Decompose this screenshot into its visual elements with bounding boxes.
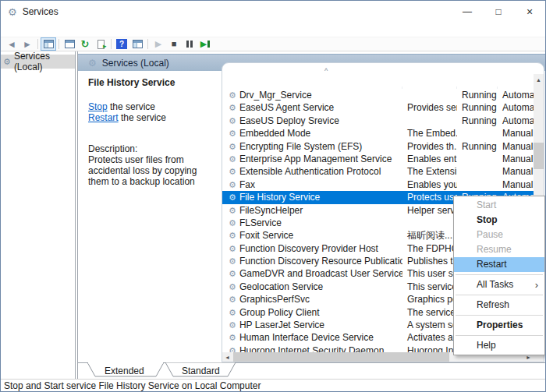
service-status-cell: Running <box>457 101 498 114</box>
stop-service-button[interactable]: ■ <box>166 37 182 51</box>
context-menu-item[interactable] <box>456 335 543 336</box>
menu-bar-item[interactable] <box>15 23 27 37</box>
service-startup-cell: Manual <box>498 127 534 139</box>
tab-extended[interactable]: Extended <box>105 366 144 376</box>
context-menu-item[interactable]: Stop <box>454 213 544 228</box>
service-desc-cell: 福昕阅读... <box>402 229 457 242</box>
service-desc-cell: The FDPHO... <box>402 242 457 255</box>
service-gear-icon: ⚙ <box>229 140 236 153</box>
menu-bar-item[interactable] <box>27 23 40 37</box>
service-name: GameDVR and Broadcast User Service_1d7..… <box>239 267 402 280</box>
service-gear-icon: ⚙ <box>229 178 236 191</box>
extended-info-pane: File History Service Stop the service Re… <box>78 71 222 362</box>
console-tree-icon <box>44 40 54 48</box>
context-menu-item[interactable]: Pause <box>454 228 544 242</box>
table-row[interactable]: ⚙EaseUS Agent Service Provides ser... Ru… <box>222 101 534 114</box>
service-startup-cell: Manual <box>498 178 534 191</box>
column-header[interactable] <box>457 87 498 89</box>
tree-item-label: Services (Local) <box>14 51 75 72</box>
service-gear-icon: ⚙ <box>229 319 236 331</box>
menu-item-label: Stop <box>477 214 498 225</box>
service-gear-icon: ⚙ <box>229 165 236 178</box>
service-action-links: Stop the service Restart the service <box>88 101 212 123</box>
service-name: Enterprise App Management Service <box>239 153 392 165</box>
table-row[interactable]: ⚙Encrypting File System (EFS) Provides t… <box>222 140 534 153</box>
table-row[interactable]: ⚙EaseUS Deploy Srevice Running Automatic <box>222 115 534 127</box>
menu-item-label: Pause <box>477 229 503 240</box>
list-column-headers <box>222 63 534 89</box>
back-arrow-icon: ◄ <box>7 40 16 49</box>
table-row[interactable]: ⚙Enterprise App Management Service Enabl… <box>222 153 534 165</box>
restart-service-link[interactable]: Restart <box>88 112 119 123</box>
properties-toolbar-button[interactable] <box>62 37 77 51</box>
restart-service-button[interactable]: ▶ <box>197 37 213 51</box>
context-menu-item[interactable]: Help <box>454 338 544 353</box>
context-menu-item[interactable] <box>456 274 543 275</box>
window-title: Services <box>23 6 58 17</box>
service-gear-icon: ⚙ <box>229 229 236 242</box>
service-gear-icon: ⚙ <box>229 153 236 165</box>
tab-standard[interactable]: Standard <box>182 366 220 376</box>
show-console-tree-button[interactable] <box>41 37 56 51</box>
service-desc-cell: The Embed... <box>402 127 457 139</box>
refresh-button[interactable]: ↻ <box>77 37 93 51</box>
column-header[interactable] <box>402 87 457 89</box>
back-button[interactable]: ◄ <box>4 37 20 51</box>
service-startup-cell: Automatic <box>498 115 534 127</box>
context-menu-item[interactable]: All Tasks › <box>454 277 544 292</box>
scroll-up-icon[interactable]: ▲ <box>534 74 544 85</box>
menu-item-label: Start <box>477 200 496 210</box>
show-action-pane-button[interactable] <box>129 37 145 51</box>
stop-service-line: Stop the service <box>88 101 212 112</box>
export-list-button[interactable]: ▸ <box>93 37 108 51</box>
service-gear-icon: ⚙ <box>229 115 236 127</box>
forward-arrow-icon: ► <box>23 40 32 49</box>
menu-bar-item[interactable] <box>2 23 15 37</box>
vertical-scroll-thumb[interactable] <box>534 143 544 169</box>
horizontal-scroll-thumb[interactable] <box>233 352 449 362</box>
maximize-button[interactable]: □ <box>483 1 514 23</box>
table-row[interactable]: ⚙Embedded Mode The Embed... Manual <box>222 127 534 139</box>
service-desc-cell: Provides ser... <box>402 101 457 114</box>
service-desc-cell: This user ser... <box>402 267 457 280</box>
context-menu-item[interactable]: Start <box>454 198 544 213</box>
service-gear-icon: ⚙ <box>229 242 236 255</box>
start-service-button[interactable]: ▶ <box>151 37 166 51</box>
context-menu-item[interactable]: Resume <box>454 242 544 257</box>
help-button[interactable]: ? <box>114 37 129 51</box>
service-name: Foxit Service <box>239 229 293 242</box>
menu-item-label: Restart <box>477 259 507 270</box>
context-menu-item[interactable] <box>456 315 543 316</box>
table-row[interactable]: ⚙Fax Enables you... Manual <box>222 178 534 191</box>
services-gear-icon: ⚙ <box>8 6 17 18</box>
menu-bar-item[interactable] <box>40 23 52 37</box>
close-button[interactable]: × <box>514 1 545 23</box>
titlebar: ⚙ Services — □ × <box>1 1 545 23</box>
export-list-icon: ▸ <box>98 40 105 49</box>
stop-service-link[interactable]: Stop <box>88 101 108 112</box>
window-controls: — □ × <box>452 1 545 23</box>
action-pane-icon <box>133 40 143 48</box>
service-name: EaseUS Agent Service <box>239 101 334 114</box>
service-name: Drv_Mgr_Service <box>239 89 312 101</box>
minimize-button[interactable]: — <box>452 1 483 23</box>
column-header[interactable] <box>222 87 402 89</box>
service-name: EaseUS Deploy Srevice <box>239 115 339 127</box>
context-menu-item[interactable]: Refresh <box>454 298 544 313</box>
table-row[interactable]: ⚙Extensible Authentication Protocol The … <box>222 165 534 178</box>
table-row[interactable]: ⚙Drv_Mgr_Service Running Automatic <box>222 89 534 101</box>
context-menu-item[interactable] <box>456 295 543 295</box>
menu-item-label: Help <box>477 340 496 351</box>
column-header[interactable] <box>498 87 534 89</box>
pause-service-button[interactable] <box>182 37 197 51</box>
scroll-left-icon[interactable]: ◄ <box>222 355 232 360</box>
context-menu-item[interactable]: Properties <box>454 318 544 333</box>
context-menu: Start Stop Pause Resume Restart All Task… <box>453 196 545 355</box>
services-window: ⚙ Services — □ × ◄ ► ↻ ▸ ? ▶ ■ ▶ ⚙ <box>0 0 546 392</box>
service-desc-cell: Graphics pe... <box>402 293 457 305</box>
context-menu-item[interactable]: Restart <box>454 257 544 272</box>
forward-button[interactable]: ► <box>20 37 35 51</box>
tree-item-services-local[interactable]: ⚙ Services (Local) <box>1 55 75 69</box>
service-startup-cell: Manual <box>498 165 534 178</box>
description-label: Description: <box>88 143 212 154</box>
